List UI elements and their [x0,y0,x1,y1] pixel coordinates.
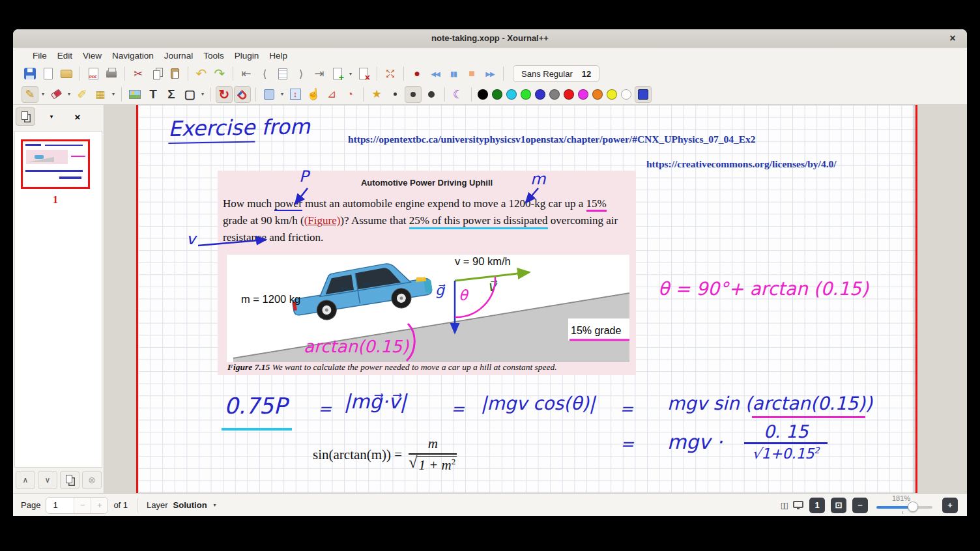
figure-link[interactable]: (Figure) [304,214,341,227]
redo-icon[interactable]: ↷ [211,65,228,82]
sidebar-close-icon[interactable]: × [68,107,87,126]
color-orange-swatch[interactable] [592,89,603,100]
zoom-out-button[interactable]: − [852,498,868,513]
paste-icon[interactable] [166,65,183,82]
print-icon[interactable] [103,65,120,82]
source-url-link[interactable]: https://opentextbc.ca/universityphysicsv… [348,134,756,145]
measure-tool-chevron-icon[interactable]: ▾ [109,86,117,103]
zoom-fit-button[interactable]: ⊡ [831,498,846,513]
compass-icon[interactable]: ◔ [341,86,358,103]
window-close-icon[interactable]: × [946,32,959,45]
duplicate-page-button[interactable] [60,471,79,489]
layer-chevron-icon[interactable]: ▾ [214,502,216,508]
page-number-input[interactable]: 1 [46,498,74,513]
select-rectangle-icon[interactable] [261,86,278,103]
hand-tool-icon[interactable]: ☝ [305,86,322,103]
color-gray-swatch[interactable] [549,89,560,100]
color-magenta-swatch[interactable] [578,89,588,100]
delete-page-icon[interactable] [355,65,372,82]
menu-journal[interactable]: Journal [159,49,198,62]
add-page-icon[interactable] [329,65,346,82]
menu-tools[interactable]: Tools [198,49,229,62]
eraser-tool-icon[interactable] [48,86,65,103]
color-current-blue-swatch[interactable] [635,86,652,103]
zoom-slider-track[interactable] [876,506,932,509]
color-chooser-icon[interactable]: ☾ [450,86,467,103]
presentation-mode-icon[interactable] [793,501,803,508]
tex-tool-icon[interactable]: Σ [163,86,180,103]
rewind-audio-icon[interactable]: ◀◀ [427,65,444,82]
menu-edit[interactable]: Edit [52,49,78,62]
shape-tool-icon[interactable]: ▢ [181,86,198,103]
color-green-swatch[interactable] [492,89,502,100]
pen-tool-icon[interactable]: ✎ [22,86,38,103]
vertical-space-icon[interactable]: ↕ [287,86,304,103]
new-document-icon[interactable] [40,65,57,82]
export-pdf-icon[interactable]: PDF [85,65,102,82]
pause-audio-icon[interactable]: ▮▮ [445,65,462,82]
sidebar-dropdown-chevron-icon[interactable]: ▾ [42,107,61,126]
last-page-icon[interactable]: ⇥ [311,65,328,82]
menu-navigation[interactable]: Navigation [107,49,159,62]
font-selector-button[interactable]: Sans Regular 12 [513,65,599,82]
layer-dropdown[interactable]: Solution [173,500,207,510]
previous-page-icon[interactable]: ⟨ [256,65,273,82]
zoom-100-button[interactable]: 1 [809,498,825,513]
copy-icon[interactable] [148,65,165,82]
menu-help[interactable]: Help [264,49,293,62]
thickness-thick-button[interactable] [423,86,440,103]
move-page-down-button[interactable]: ∨ [38,471,57,489]
color-cyan-swatch[interactable] [506,89,517,100]
text-tool-icon[interactable]: T [145,86,162,103]
cut-icon[interactable]: ✂ [130,65,147,82]
equals-sign: = [318,399,332,418]
pen-tool-chevron-icon[interactable]: ▾ [39,86,47,103]
highlighter-tool-icon[interactable]: ✐ [74,86,91,103]
zoom-slider-knob[interactable] [908,502,918,512]
two-page-view-icon[interactable]: ▯▯ [781,500,787,510]
setsquare-icon[interactable]: ⊿ [323,86,340,103]
select-rectangle-chevron-icon[interactable]: ▾ [278,86,286,103]
color-blue-swatch[interactable] [535,89,545,100]
menu-view[interactable]: View [78,49,107,62]
rotation-snapping-icon[interactable]: ↻ [216,86,233,103]
insert-image-icon[interactable] [126,86,143,103]
color-lightgreen-swatch[interactable] [521,89,531,100]
open-file-icon[interactable] [58,65,75,82]
forward-audio-icon[interactable]: ▶▶ [482,65,498,82]
page-thumbnail[interactable] [21,139,90,189]
zoom-in-button[interactable]: + [942,498,958,513]
fullscreen-icon[interactable]: ↖↗ ↙↘ [382,65,399,82]
document-page[interactable]: Exercise from https://opentextbc.ca/univ… [136,105,917,493]
add-page-chevron-icon[interactable]: ▾ [347,65,354,82]
title-bar[interactable]: note-taking.xopp - Xournal++ × [13,29,967,48]
undo-icon[interactable]: ↶ [193,65,210,82]
next-page-icon[interactable]: ⟩ [293,65,310,82]
color-black-swatch[interactable] [478,89,488,100]
color-white-swatch[interactable] [621,89,631,100]
page-increment-button[interactable]: + [91,498,108,513]
license-url-link[interactable]: https://creativecommons.org/licenses/by/… [646,158,837,170]
move-page-up-button[interactable]: ∧ [16,471,35,489]
menu-plugin[interactable]: Plugin [229,49,265,62]
menu-file[interactable]: File [27,49,52,62]
stop-audio-icon[interactable]: ■ [463,65,480,82]
save-icon[interactable] [22,65,38,82]
grade-label: 15% grade [571,325,621,336]
color-red-swatch[interactable] [564,89,574,100]
thickness-fine-button[interactable] [386,86,403,103]
preview-pages-button[interactable] [16,107,35,126]
color-yellow-swatch[interactable] [607,89,617,100]
grid-snapping-icon[interactable] [234,86,251,103]
favorite-pen-icon[interactable]: ★ [368,86,385,103]
goto-page-icon[interactable] [274,65,291,82]
eraser-tool-chevron-icon[interactable]: ▾ [65,86,73,103]
thickness-medium-button[interactable] [405,86,422,103]
shape-tool-chevron-icon[interactable]: ▾ [199,86,207,103]
delete-page-button-disabled[interactable]: ⊗ [82,471,102,489]
record-audio-icon[interactable]: ● [409,65,425,82]
page-decrement-button[interactable]: − [74,498,91,513]
first-page-icon[interactable]: ⇤ [238,65,255,82]
measure-tool-icon[interactable]: ▦ [92,86,109,103]
thumbnail-heading [25,144,41,146]
